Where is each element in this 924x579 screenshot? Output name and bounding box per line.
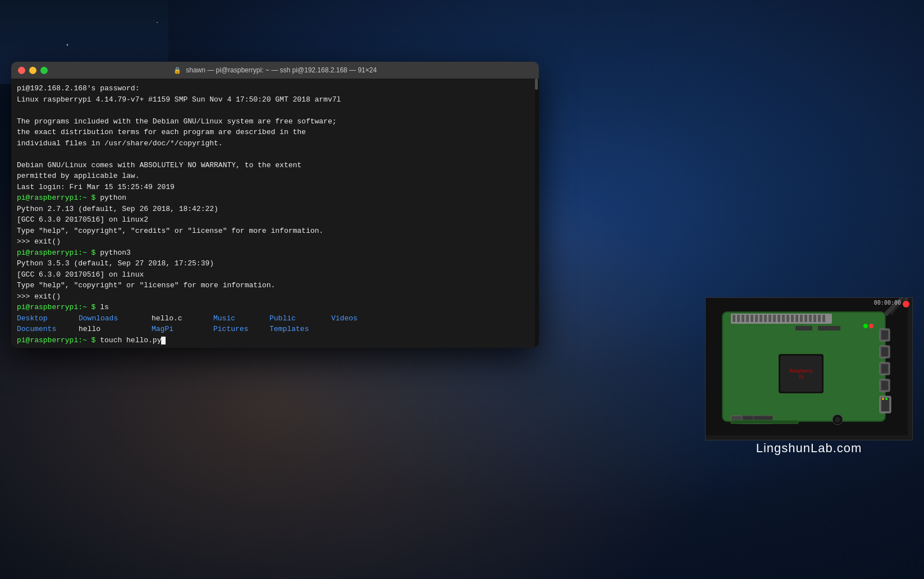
svg-text:Pi: Pi: [799, 374, 803, 380]
cursor: [161, 337, 166, 344]
rpi-image: 00:00:00: [705, 297, 913, 440]
terminal-window: 🔒 shawn — pi@raspberrypi: ~ — ssh pi@192…: [11, 62, 539, 348]
svg-rect-30: [786, 315, 789, 322]
term-line-3: [17, 105, 533, 116]
term-line-18: [GCC 6.3.0 20170516] on linux: [17, 269, 533, 281]
term-line-10: Last login: Fri Mar 15 15:25:49 2019: [17, 182, 533, 193]
svg-rect-35: [809, 315, 812, 322]
svg-rect-34: [804, 315, 807, 322]
rpi-panel: 00:00:00: [705, 297, 913, 460]
watermark: LingshunLab.com: [705, 441, 913, 456]
terminal-title: 🔒 shawn — pi@raspberrypi: ~ — ssh pi@192…: [173, 66, 377, 74]
content-layer: 🔒 shawn — pi@raspberrypi: ~ — ssh pi@192…: [0, 0, 924, 579]
term-line-ls2: DocumentshelloMagPiPicturesTemplates: [17, 324, 533, 335]
svg-point-61: [869, 324, 873, 328]
close-button[interactable]: [18, 67, 25, 74]
rpi-board-svg: Raspberry Pi: [706, 298, 908, 435]
term-line-6: individual files in /usr/share/doc/*/cop…: [17, 138, 533, 149]
term-line-21: pi@raspberrypi:~ $ ls: [17, 302, 533, 313]
svg-rect-38: [822, 315, 825, 322]
traffic-lights: [18, 67, 48, 74]
minimize-button[interactable]: [29, 67, 36, 74]
svg-rect-32: [795, 315, 798, 322]
svg-rect-18: [733, 315, 735, 322]
scrollbar-track[interactable]: [535, 79, 539, 348]
term-line-11: pi@raspberrypi:~ $ python: [17, 192, 533, 204]
term-line-15: >>> exit(): [17, 236, 533, 247]
timer-display: 00:00:00: [874, 300, 901, 306]
term-line-9: permitted by applicable law.: [17, 171, 533, 182]
term-line-7: [17, 149, 533, 160]
svg-rect-26: [769, 315, 771, 322]
svg-rect-50: [881, 381, 888, 390]
svg-rect-33: [800, 315, 803, 322]
svg-rect-25: [764, 315, 767, 322]
scrollbar-thumb-top: [535, 79, 538, 90]
svg-rect-47: [881, 330, 888, 339]
svg-rect-23: [755, 315, 758, 322]
term-line-24: pi@raspberrypi:~ $ touch hello.py: [17, 335, 533, 346]
svg-rect-48: [881, 347, 888, 356]
svg-text:Raspberry: Raspberry: [789, 368, 813, 374]
term-line-19: Type "help", "copyright" or "license" fo…: [17, 280, 533, 291]
term-line-13: [GCC 6.3.0 20170516] on linux2: [17, 214, 533, 226]
term-line-12: Python 2.7.13 (default, Sep 26 2018, 18:…: [17, 204, 533, 215]
maximize-button[interactable]: [40, 67, 48, 74]
svg-point-58: [835, 417, 840, 422]
svg-rect-37: [818, 315, 821, 322]
term-line-20: >>> exit(): [17, 291, 533, 302]
svg-rect-20: [742, 315, 744, 322]
svg-rect-27: [773, 315, 776, 322]
svg-rect-28: [777, 315, 780, 322]
term-line-1: pi@192.168.2.168's password:: [17, 83, 533, 94]
svg-rect-49: [881, 364, 888, 373]
svg-rect-63: [795, 326, 812, 330]
svg-rect-21: [746, 315, 749, 322]
svg-rect-64: [818, 326, 840, 330]
term-line-14: Type "help", "copyright", "credits" or "…: [17, 226, 533, 237]
term-line-2: Linux raspberrypi 4.14.79-v7+ #1159 SMP …: [17, 94, 533, 105]
svg-point-62: [863, 324, 868, 328]
recording-indicator: [903, 301, 909, 307]
svg-rect-40: [780, 356, 822, 392]
term-line-16: pi@raspberrypi:~ $ python3: [17, 247, 533, 259]
term-line-4: The programs included with the Debian GN…: [17, 116, 533, 127]
term-line-8: Debian GNU/Linux comes with ABSOLUTELY N…: [17, 160, 533, 171]
terminal-body[interactable]: pi@192.168.2.168's password: Linux raspb…: [11, 79, 539, 348]
lock-icon: 🔒: [173, 67, 181, 73]
svg-rect-19: [737, 315, 740, 322]
term-line-17: Python 3.5.3 (default, Sep 27 2018, 17:2…: [17, 258, 533, 269]
terminal-titlebar: 🔒 shawn — pi@raspberrypi: ~ — ssh pi@192…: [11, 62, 539, 79]
svg-rect-22: [751, 315, 753, 322]
svg-rect-60: [731, 420, 798, 424]
svg-rect-36: [813, 315, 816, 322]
svg-rect-29: [782, 315, 785, 322]
svg-rect-24: [760, 315, 762, 322]
svg-point-54: [885, 398, 888, 400]
svg-rect-31: [791, 315, 794, 322]
term-line-ls1: DesktopDownloadshello.cMusicPublicVideos: [17, 313, 533, 324]
term-line-5: the exact distribution terms for each pr…: [17, 127, 533, 138]
svg-point-53: [882, 398, 884, 400]
